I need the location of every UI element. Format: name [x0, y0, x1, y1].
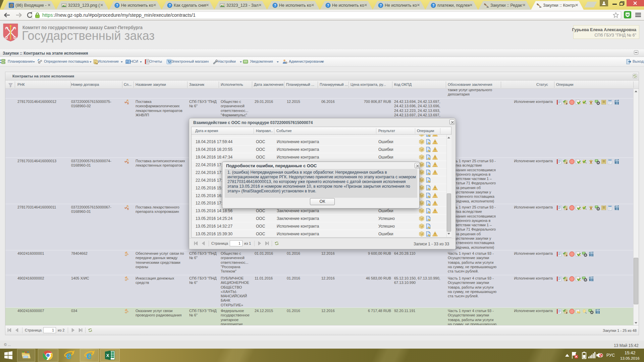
svg-text:M: M — [626, 13, 629, 16]
svg-text:e: e — [86, 350, 92, 361]
svg-text:X: X — [106, 353, 109, 358]
svg-text:e: e — [66, 350, 71, 361]
